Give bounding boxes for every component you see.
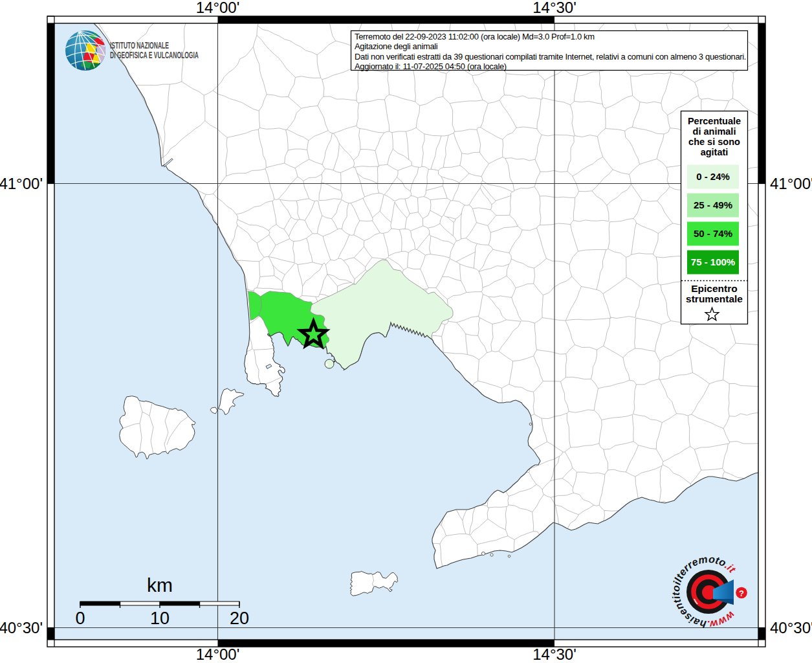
svg-text:75 - 100%: 75 - 100%: [691, 256, 735, 267]
svg-text:14°30': 14°30': [532, 0, 576, 16]
svg-text:41°00': 41°00': [0, 175, 43, 192]
svg-text:Agitazione degli animali: Agitazione degli animali: [355, 41, 438, 51]
svg-text:20: 20: [230, 609, 249, 628]
svg-text:strumentale: strumentale: [686, 293, 743, 304]
svg-text:ISTITUTO NAZIONALE: ISTITUTO NAZIONALE: [110, 40, 169, 51]
svg-text:che si sono: che si sono: [688, 137, 740, 147]
svg-text:40°30': 40°30': [0, 619, 43, 636]
svg-text:25 - 49%: 25 - 49%: [694, 199, 732, 210]
svg-text:14°30': 14°30': [532, 646, 576, 663]
svg-text:10: 10: [150, 609, 170, 628]
svg-text:Percentuale: Percentuale: [688, 116, 741, 126]
svg-text:Terremoto del 22-09-2023 11:02: Terremoto del 22-09-2023 11:02:00 (ora l…: [355, 32, 595, 41]
svg-text:DI GEOFISICA E VULCANOLOGIA: DI GEOFISICA E VULCANOLOGIA: [110, 50, 199, 60]
svg-text:0 - 24%: 0 - 24%: [696, 171, 730, 182]
svg-text:50 - 74%: 50 - 74%: [694, 228, 732, 239]
svg-text:Dati non verificati estratti d: Dati non verificati estratti da 39 quest…: [355, 52, 746, 62]
svg-text:14°00': 14°00': [196, 646, 240, 663]
svg-text:?: ?: [739, 589, 744, 598]
svg-text:agitati: agitati: [701, 147, 729, 157]
svg-text:Epicentro: Epicentro: [691, 283, 737, 294]
svg-text:14°00': 14°00': [196, 0, 240, 16]
svg-text:di animali: di animali: [693, 126, 736, 137]
svg-text:40°30': 40°30': [770, 619, 812, 636]
svg-text:Aggiornato il: 11-07-2025 04:5: Aggiornato il: 11-07-2025 04:50 (ora loc…: [355, 62, 507, 71]
svg-text:km: km: [147, 574, 173, 596]
svg-text:41°00': 41°00': [770, 175, 812, 192]
svg-text:0: 0: [75, 609, 85, 628]
